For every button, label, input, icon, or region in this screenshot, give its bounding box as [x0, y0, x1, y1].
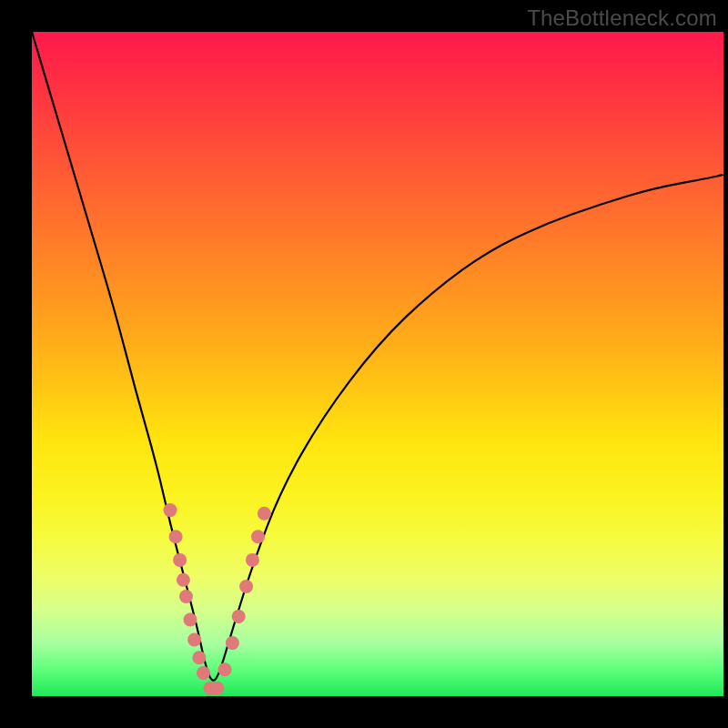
marker-dot: [251, 530, 265, 543]
marker-dot: [210, 682, 224, 695]
marker-dot: [218, 662, 232, 676]
watermark-text: TheBottleneck.com: [527, 5, 717, 31]
marker-dot: [169, 530, 183, 543]
marker-dot: [184, 613, 197, 627]
plot-area: [32, 32, 723, 696]
marker-dot: [187, 633, 201, 647]
marker-dot: [173, 553, 187, 567]
marker-dot: [197, 666, 210, 680]
marker-dot: [177, 573, 190, 587]
marker-dot: [179, 590, 193, 603]
curve-svg: [32, 32, 723, 696]
chart-frame: TheBottleneck.com: [0, 0, 728, 728]
marker-dot: [239, 580, 253, 593]
marker-dot: [246, 553, 259, 567]
marker-dot: [232, 610, 246, 623]
marker-dot: [258, 507, 271, 521]
bottleneck-curve: [32, 32, 723, 681]
marker-dot: [226, 636, 239, 650]
marker-dot: [164, 503, 177, 517]
marker-dots: [164, 503, 271, 695]
marker-dot: [192, 651, 206, 664]
